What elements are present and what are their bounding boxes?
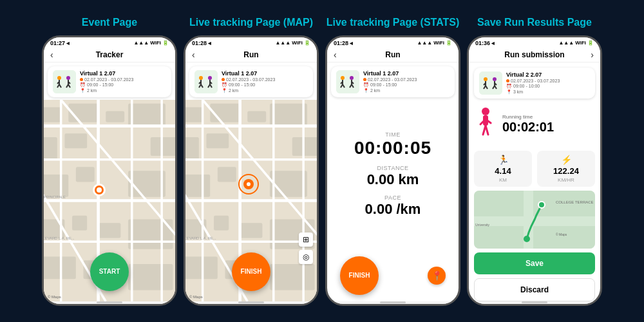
app-container: Event Page 01:27 ◂ ▲▲▲WiFi🔋 ‹ Tracker — [0, 10, 644, 312]
svg-point-1 — [57, 76, 61, 80]
svg-rect-65 — [240, 223, 263, 238]
status-bar-save: 01:36 ◂ ▲▲▲WiFi🔋 — [469, 37, 600, 48]
svg-point-103 — [482, 108, 489, 115]
back-button-stats[interactable]: ‹ — [334, 50, 337, 60]
svg-text:COLLEGE TERRACE: COLLEGE TERRACE — [556, 200, 594, 204]
location-pin-event — [93, 184, 106, 196]
svg-text:© Maps: © Maps — [556, 232, 567, 236]
svg-rect-53 — [185, 107, 203, 122]
svg-rect-55 — [247, 111, 266, 122]
svg-text:BOULEVARD L.A. RE...: BOULEVARD L.A. RE... — [44, 236, 75, 240]
event-card-stats: Virtual 1 2.07 02.07.2023 - 03.07.2023 ⏰… — [331, 66, 455, 97]
live-tracking-stats-section: Live tracking Page (STATS) 01:28 ◂ ▲▲▲Wi… — [325, 16, 460, 305]
event-card-save: Virtual 2 2.07 02.07.2023 - 03.07.2023 ⏰… — [474, 68, 595, 99]
header-map: ‹ Run — [185, 48, 317, 62]
event-page-section: Event Page 01:27 ◂ ▲▲▲WiFi🔋 ‹ Tracker — [42, 16, 177, 305]
svg-point-87 — [350, 76, 354, 80]
running-time-label: Running time — [502, 114, 595, 120]
svg-point-42 — [199, 76, 203, 80]
header-title-map: Run — [243, 50, 258, 59]
status-bar-event: 01:27 ◂ ▲▲▲WiFi🔋 — [44, 37, 175, 48]
header-title-event: Tracker — [96, 50, 124, 59]
stat-card-speed: ⚡ 122.24 KM/hr — [537, 151, 595, 187]
back-button-event[interactable]: ‹ — [50, 50, 53, 60]
location-icon-stats[interactable]: 📍 — [428, 267, 446, 285]
section-title-stats: Live tracking Page (STATS) — [327, 16, 460, 28]
distance-value: 0.00 km — [367, 171, 419, 188]
running-time-section: Running time 00:02:01 — [474, 102, 595, 147]
stat-distance-block: Distance 0.00 km — [367, 165, 419, 188]
pace-value: 0.00 /km — [365, 201, 421, 218]
svg-rect-12 — [44, 107, 61, 122]
stat-card-distance: 🏃 4.14 KM — [474, 151, 532, 187]
svg-rect-20 — [76, 167, 95, 182]
stats-content: Time 00:00:05 Distance 0.00 km Pace 0.00… — [327, 100, 459, 250]
header-save: Run submission › — [469, 48, 600, 62]
svg-rect-14 — [106, 111, 124, 122]
event-dates-event: 02.07.2023 - 03.07.2023 — [80, 77, 166, 82]
section-title-map: Live tracking Page (MAP) — [189, 16, 313, 28]
svg-rect-24 — [99, 223, 121, 238]
time-value: 00:00:05 — [354, 138, 431, 158]
map-tracking: BOULEVARD L.A. RE... FINISH ⊞ ◎ — [185, 100, 317, 301]
svg-rect-61 — [218, 167, 236, 182]
svg-text:RUE PRINCIPALE: RUE PRINCIPALE — [44, 195, 66, 199]
event-avatar-map — [194, 70, 218, 93]
status-time-event: 01:27 ◂ — [50, 40, 70, 46]
event-info-map: Virtual 1 2.07 02.07.2023 - 03.07.2023 ⏰… — [222, 70, 308, 93]
status-bar-stats: 01:28 ◂ ▲▲▲WiFi🔋 — [327, 37, 459, 48]
save-button[interactable]: Save — [474, 252, 595, 274]
running-icon: 🏃 — [498, 155, 509, 165]
stat-pace-block: Pace 0.00 /km — [365, 194, 421, 218]
map-attribution-event: © Maps — [48, 295, 61, 299]
svg-rect-41 — [194, 70, 218, 93]
discard-button[interactable]: Discard — [474, 278, 595, 301]
svg-rect-17 — [64, 133, 87, 148]
svg-point-82 — [341, 76, 345, 80]
layers-icon-btn[interactable]: ⊞ — [299, 232, 313, 247]
finish-button-stats[interactable]: FINISH — [340, 256, 379, 295]
map-attribution-map: © Maps — [189, 295, 203, 299]
svg-rect-60 — [185, 175, 210, 197]
bottom-bar-save — [469, 301, 600, 304]
phone-event: 01:27 ◂ ▲▲▲WiFi🔋 ‹ Tracker — [42, 35, 177, 306]
svg-line-106 — [486, 126, 488, 135]
back-button-map[interactable]: ‹ — [192, 50, 195, 60]
svg-rect-56 — [270, 103, 307, 126]
distance-label: Distance — [367, 165, 419, 171]
section-title-save: Save Run Results Page — [477, 16, 592, 28]
event-info-event: Virtual 1 2.07 02.07.2023 - 03.07.2023 ⏰… — [80, 70, 166, 93]
svg-rect-15 — [128, 103, 166, 126]
bottom-bar-stats — [327, 301, 459, 304]
forward-button-save[interactable]: › — [591, 50, 594, 60]
header-stats: ‹ Run — [327, 48, 459, 62]
svg-rect-58 — [206, 133, 229, 148]
event-avatar-save — [479, 71, 502, 95]
event-avatar-stats — [336, 70, 359, 93]
location-icon-btn[interactable]: ◎ — [299, 250, 313, 264]
finish-button-map[interactable]: FINISH — [232, 252, 270, 291]
pace-label: Pace — [365, 194, 421, 201]
bottom-bar-event — [44, 301, 175, 304]
svg-point-93 — [484, 77, 488, 81]
map-event: RUE PRINCIPALE BOULEVARD L.A. RE... STAR… — [44, 100, 175, 301]
svg-rect-19 — [44, 175, 68, 197]
svg-point-116 — [538, 202, 545, 208]
svg-text:University: University — [475, 223, 489, 227]
save-run-section: Save Run Results Page 01:36 ◂ ▲▲▲WiFi🔋 R… — [467, 16, 602, 305]
running-time-value: 00:02:01 — [502, 120, 595, 135]
svg-rect-0 — [53, 70, 76, 93]
phone-stats: 01:28 ◂ ▲▲▲WiFi🔋 ‹ Run — [325, 35, 460, 306]
speed-icon: ⚡ — [561, 155, 572, 165]
stats-row-save: 🏃 4.14 KM ⚡ 122.24 KM/hr — [474, 151, 595, 187]
status-bar-map: 01:28 ◂ ▲▲▲WiFi🔋 — [185, 37, 317, 48]
event-card-map: Virtual 1 2.07 02.07.2023 - 03.07.2023 ⏰… — [189, 66, 313, 97]
status-icons-event: ▲▲▲WiFi🔋 — [133, 40, 169, 46]
svg-rect-92 — [479, 71, 502, 95]
live-tracking-map-section: Live tracking Page (MAP) 01:28 ◂ ▲▲▲WiFi… — [184, 16, 319, 305]
svg-rect-23 — [72, 215, 87, 230]
event-info-stats: Virtual 1 2.07 02.07.2023 - 03.07.2023 ⏰… — [363, 70, 450, 93]
start-button[interactable]: START — [90, 252, 129, 291]
svg-text:BOULEVARD L.A. RE...: BOULEVARD L.A. RE... — [185, 236, 216, 240]
svg-point-98 — [493, 77, 497, 81]
